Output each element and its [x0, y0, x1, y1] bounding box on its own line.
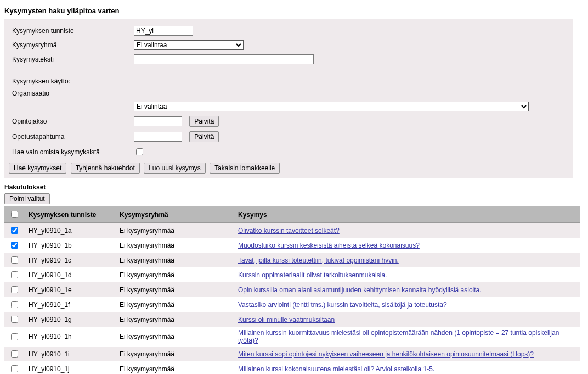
row-id: HY_yl0910_1h — [24, 327, 115, 347]
row-group: Ei kysymysryhmää — [115, 297, 234, 312]
table-row: HY_yl0910_1bEi kysymysryhmääMuodostuiko … — [4, 238, 580, 253]
back-button[interactable]: Takaisin lomakkeelle — [210, 163, 280, 174]
results-table: Kysymyksen tunniste Kysymysryhmä Kysymys… — [4, 206, 580, 374]
label-group: Kysymysryhmä — [9, 38, 131, 52]
input-text[interactable] — [134, 54, 314, 64]
row-id: HY_yl0910_1i — [24, 347, 115, 361]
row-group: Ei kysymysryhmää — [115, 238, 234, 253]
row-id: HY_yl0910_1c — [24, 253, 115, 267]
row-checkbox[interactable] — [11, 242, 18, 249]
row-id: HY_yl0910_1j — [24, 361, 115, 374]
row-question-link[interactable]: Millainen kurssin kuormittavuus mielestä… — [238, 329, 559, 344]
row-id: HY_yl0910_1b — [24, 238, 115, 253]
header-id: Kysymyksen tunniste — [24, 206, 115, 223]
row-question-link[interactable]: Miten kurssi sopi opintojesi nykyiseen v… — [238, 350, 534, 358]
row-checkbox[interactable] — [11, 271, 18, 278]
row-question-link[interactable]: Kurssi oli minulle vaatimuksiltaan — [238, 316, 335, 323]
row-question-link[interactable]: Muodostuiko kurssin keskeisistä aiheista… — [238, 242, 420, 249]
input-event[interactable] — [134, 132, 182, 142]
create-button[interactable]: Luo uusi kysymys — [144, 163, 206, 174]
clear-button[interactable]: Tyhjennä hakuehdot — [71, 163, 140, 174]
label-usage: Kysymyksen käyttö: — [9, 75, 131, 87]
row-checkbox[interactable] — [11, 256, 18, 264]
results-title: Hakutulokset — [4, 183, 584, 191]
header-question: Kysymys — [234, 206, 580, 223]
search-panel: Kysymyksen tunniste Kysymysryhmä Ei vali… — [4, 19, 573, 178]
row-question-link[interactable]: Vastasiko arviointi (tentti tms.) kurssi… — [238, 301, 447, 309]
row-id: HY_yl0910_1f — [24, 297, 115, 312]
row-checkbox[interactable] — [11, 286, 18, 293]
label-id: Kysymyksen tunniste — [9, 24, 131, 38]
row-group: Ei kysymysryhmää — [115, 223, 234, 238]
input-course[interactable] — [134, 116, 182, 126]
table-row: HY_yl0910_1iEi kysymysryhmääMiten kurssi… — [4, 347, 580, 361]
action-button-row: Hae kysymykset Tyhjennä hakuehdot Luo uu… — [9, 163, 568, 174]
row-group: Ei kysymysryhmää — [115, 253, 234, 267]
row-checkbox[interactable] — [11, 227, 18, 234]
label-org: Organisaatio — [9, 87, 131, 99]
row-id: HY_yl0910_1d — [24, 267, 115, 282]
row-id: HY_yl0910_1g — [24, 312, 115, 327]
page-title: Kysymysten haku ylläpitoa varten — [4, 7, 584, 15]
table-row: HY_yl0910_1fEi kysymysryhmääVastasiko ar… — [4, 297, 580, 312]
row-group: Ei kysymysryhmää — [115, 327, 234, 347]
own-questions-checkbox[interactable] — [136, 148, 143, 155]
row-question-link[interactable]: Opin kurssilla oman alani asiantuntijuud… — [238, 286, 482, 294]
table-row: HY_yl0910_1cEi kysymysryhmääTavat, joill… — [4, 253, 580, 267]
row-checkbox[interactable] — [11, 301, 18, 308]
select-all-checkbox[interactable] — [11, 211, 18, 218]
row-question-link[interactable]: Kurssin oppimateriaalit olivat tarkoituk… — [238, 271, 387, 279]
row-group: Ei kysymysryhmää — [115, 282, 234, 297]
row-group: Ei kysymysryhmää — [115, 347, 234, 361]
input-id[interactable] — [134, 26, 193, 36]
header-group: Kysymysryhmä — [115, 206, 234, 223]
table-row: HY_yl0910_1eEi kysymysryhmääOpin kurssil… — [4, 282, 580, 297]
table-row: HY_yl0910_1jEi kysymysryhmääMillainen ku… — [4, 361, 580, 374]
label-text: Kysymysteksti — [9, 52, 131, 66]
update-event-button[interactable]: Päivitä — [189, 131, 219, 142]
row-question-link[interactable]: Millainen kurssi kokonaisuutena mielestä… — [238, 365, 434, 373]
table-row: HY_yl0910_1gEi kysymysryhmääKurssi oli m… — [4, 312, 580, 327]
pick-selected-button-top[interactable]: Poimi valitut — [4, 193, 50, 204]
row-checkbox[interactable] — [11, 350, 18, 358]
row-group: Ei kysymysryhmää — [115, 312, 234, 327]
row-question-link[interactable]: Tavat, joilla kurssi toteutettiin, tukiv… — [238, 256, 399, 264]
update-course-button[interactable]: Päivitä — [189, 116, 219, 127]
row-checkbox[interactable] — [11, 365, 18, 372]
table-row: HY_yl0910_1dEi kysymysryhmääKurssin oppi… — [4, 267, 580, 282]
row-checkbox[interactable] — [11, 333, 18, 340]
label-course: Opintojakso — [9, 114, 131, 129]
table-row: HY_yl0910_1hEi kysymysryhmääMillainen ku… — [4, 327, 580, 347]
row-question-link[interactable]: Olivatko kurssin tavoitteet selkeät? — [238, 227, 340, 235]
table-row: HY_yl0910_1aEi kysymysryhmääOlivatko kur… — [4, 223, 580, 238]
row-id: HY_yl0910_1e — [24, 282, 115, 297]
row-id: HY_yl0910_1a — [24, 223, 115, 238]
label-event: Opetustapahtuma — [9, 129, 131, 144]
search-button[interactable]: Hae kysymykset — [9, 163, 66, 174]
select-org[interactable]: Ei valintaa — [134, 102, 529, 111]
row-group: Ei kysymysryhmää — [115, 361, 234, 374]
search-form: Kysymyksen tunniste Kysymysryhmä Ei vali… — [9, 24, 532, 159]
row-checkbox[interactable] — [11, 316, 18, 323]
row-group: Ei kysymysryhmää — [115, 267, 234, 282]
label-own: Hae vain omista kysymyksistä — [9, 144, 131, 159]
select-group[interactable]: Ei valintaa — [134, 40, 244, 50]
